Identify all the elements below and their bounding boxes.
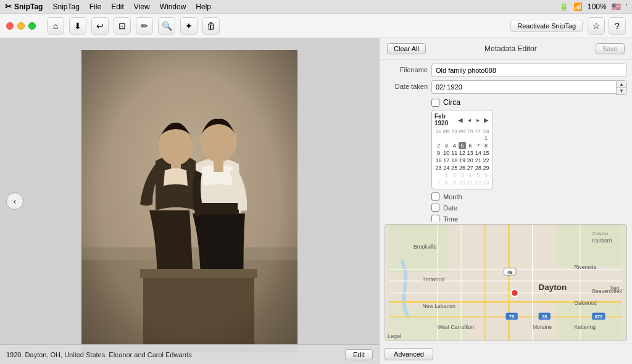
menu-window[interactable]: Window <box>160 2 186 11</box>
cal-day-om1[interactable] <box>434 172 443 179</box>
menubar-right: 🔋 📶 100% 🇺🇸 ' <box>559 2 627 11</box>
menubar: ✂ SnipTag SnipTag File Edit View Window … <box>0 0 632 14</box>
date-row: Date <box>385 204 627 212</box>
save-button[interactable]: Save <box>596 43 625 54</box>
close-button[interactable] <box>6 22 14 30</box>
cal-day-2[interactable]: 2 <box>434 142 443 149</box>
cal-day-18[interactable]: 18 <box>451 157 459 164</box>
clock: ' <box>626 2 627 11</box>
cal-day-17[interactable]: 17 <box>443 157 451 164</box>
clear-all-button[interactable]: Clear All <box>387 43 426 54</box>
home-button[interactable]: ⌂ <box>47 17 64 35</box>
cal-day-24[interactable]: 24 <box>443 164 451 172</box>
cal-day-12[interactable]: 12 <box>459 149 467 157</box>
date-up-button[interactable]: ▲ <box>617 81 626 88</box>
date-down-button[interactable]: ▼ <box>617 88 626 94</box>
crop-button[interactable]: ⊡ <box>114 17 131 35</box>
cal-day-om8[interactable]: 7 <box>434 179 443 186</box>
cal-day-14[interactable]: 14 <box>474 149 482 157</box>
menu-help[interactable]: Help <box>196 2 211 11</box>
reactivate-button[interactable]: Reactivate SnipTag <box>510 20 583 32</box>
stamp-button[interactable]: ✦ <box>180 17 198 35</box>
cal-day-20[interactable]: 20 <box>466 157 474 164</box>
cal-day-27[interactable]: 27 <box>466 164 474 172</box>
cal-day-om11[interactable]: 10 <box>459 179 467 186</box>
minimize-button[interactable] <box>17 22 25 30</box>
cal-day-11[interactable]: 11 <box>451 149 459 157</box>
cal-day-4[interactable]: 4 <box>451 142 459 149</box>
cal-day-10[interactable]: 10 <box>443 149 451 157</box>
cal-day-om2[interactable]: 1 <box>443 172 451 179</box>
cal-day-16[interactable]: 16 <box>434 157 443 164</box>
cal-next-next-button[interactable]: ▶ <box>483 116 490 123</box>
date-taken-row: Date taken ▲ ▼ <box>385 80 627 95</box>
help-button[interactable]: ? <box>609 17 626 35</box>
cal-day-empty <box>451 134 459 142</box>
cal-prev-prev-button[interactable]: ◀ <box>457 116 464 123</box>
undo-button[interactable]: ↩ <box>91 17 109 35</box>
filename-input[interactable] <box>431 64 627 77</box>
cal-day-23[interactable]: 23 <box>434 164 443 172</box>
cal-prev-button[interactable]: ◂ <box>465 116 473 123</box>
cal-day-om7[interactable]: 6 <box>482 172 490 179</box>
menu-view[interactable]: View <box>134 2 150 11</box>
menu-sniptag[interactable]: SnipTag <box>52 2 79 11</box>
cal-day-9[interactable]: 9 <box>434 149 443 157</box>
circa-checkbox[interactable] <box>431 99 439 107</box>
cal-day-19[interactable]: 19 <box>459 157 467 164</box>
cal-day-5[interactable]: 5 <box>459 142 467 149</box>
cal-day-21[interactable]: 21 <box>474 157 482 164</box>
cal-day-om9[interactable]: 8 <box>443 179 451 186</box>
menu-edit[interactable]: Edit <box>111 2 124 11</box>
date-taken-field: ▲ ▼ <box>431 80 627 95</box>
date-taken-input[interactable] <box>431 80 616 94</box>
search-button[interactable]: 🔍 <box>158 17 175 35</box>
circa-label: Circa <box>443 98 460 107</box>
cal-next-button[interactable]: ▸ <box>474 116 481 123</box>
month-checkbox[interactable] <box>431 192 439 201</box>
cal-day-1[interactable]: 1 <box>482 134 490 142</box>
cal-day-om14[interactable]: 13 <box>482 179 490 186</box>
advanced-button[interactable]: Advanced <box>385 348 433 360</box>
svg-text:48: 48 <box>507 270 513 275</box>
flag-icon: 🇺🇸 <box>612 2 621 11</box>
cal-day-29[interactable]: 29 <box>482 164 490 172</box>
cal-day-22[interactable]: 22 <box>482 157 490 164</box>
cal-day-6[interactable]: 6 <box>466 142 474 149</box>
cal-day-om5[interactable]: 4 <box>466 172 474 179</box>
cal-day-om10[interactable]: 9 <box>451 179 459 186</box>
cal-day-15[interactable]: 15 <box>482 149 490 157</box>
cal-day-om4[interactable]: 3 <box>459 172 467 179</box>
cal-day-empty <box>474 134 482 142</box>
cal-day-7[interactable]: 7 <box>474 142 482 149</box>
toolbar-right: ☆ ? <box>588 17 626 35</box>
pen-button[interactable]: ✏ <box>136 17 153 35</box>
star-button[interactable]: ☆ <box>588 17 605 35</box>
import-button[interactable]: ⬇ <box>69 17 86 35</box>
cal-day-8[interactable]: 8 <box>482 142 490 149</box>
cal-day-26[interactable]: 26 <box>459 164 467 172</box>
cal-day-om12[interactable]: 11 <box>466 179 474 186</box>
cal-day-25[interactable]: 25 <box>451 164 459 172</box>
prev-arrow[interactable]: ‹ <box>6 192 23 210</box>
map-legal-text: Legal <box>388 333 401 339</box>
svg-rect-12 <box>81 50 297 352</box>
metadata-panel: Clear All Metadata Editor Save Filename … <box>379 38 632 364</box>
maximize-button[interactable] <box>28 22 36 30</box>
svg-rect-15 <box>556 225 622 266</box>
cal-day-13[interactable]: 13 <box>466 149 474 157</box>
svg-text:Moraine: Moraine <box>533 324 552 330</box>
battery-percent: 100% <box>588 2 607 11</box>
cal-day-om6[interactable]: 5 <box>474 172 482 179</box>
svg-text:Xen...: Xen... <box>610 285 624 291</box>
app-name: SnipTag <box>14 2 43 11</box>
time-checkbox[interactable] <box>431 215 439 221</box>
delete-button[interactable]: 🗑 <box>202 17 220 35</box>
edit-button[interactable]: Edit <box>345 349 373 360</box>
date-checkbox[interactable] <box>431 204 439 212</box>
menu-file[interactable]: File <box>89 2 101 11</box>
cal-day-28[interactable]: 28 <box>474 164 482 172</box>
cal-day-3[interactable]: 3 <box>443 142 451 149</box>
cal-day-om13[interactable]: 12 <box>474 179 482 186</box>
cal-day-om3[interactable]: 2 <box>451 172 459 179</box>
